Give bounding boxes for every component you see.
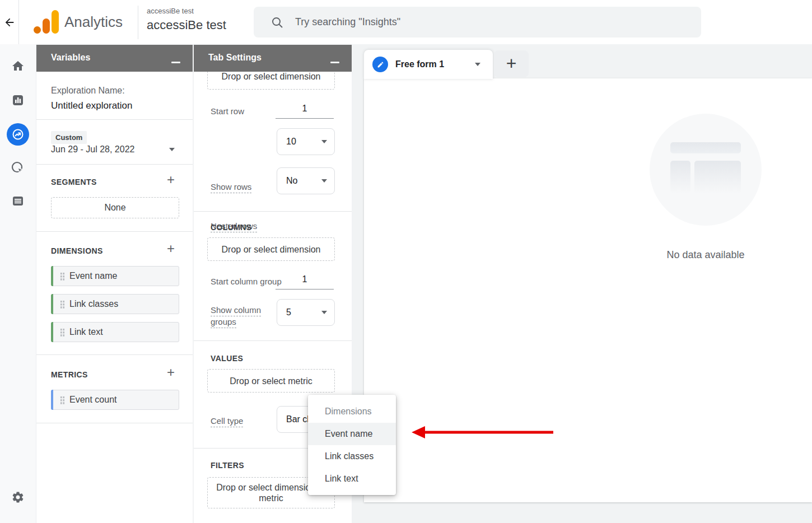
add-tab-button[interactable]: +	[494, 50, 529, 77]
tab-free-form-1[interactable]: Free form 1	[364, 50, 493, 79]
divider	[36, 119, 193, 120]
plus-icon: +	[506, 54, 517, 72]
drag-handle-icon[interactable]	[60, 272, 65, 281]
plus-icon: +	[167, 172, 175, 187]
show-column-groups-select[interactable]: 5	[277, 299, 335, 326]
add-metric-button[interactable]: +	[167, 366, 179, 379]
divider	[36, 231, 193, 232]
explore-active-background	[7, 123, 29, 146]
divider	[194, 211, 352, 212]
divider	[36, 164, 193, 165]
no-data-message: No data available	[622, 249, 790, 261]
menu-item-link-text[interactable]: Link text	[308, 468, 396, 490]
show-rows-label: Show rows	[211, 182, 251, 192]
advertising-icon	[11, 161, 25, 175]
date-range-type-badge: Custom	[51, 131, 87, 144]
chip-label: Link text	[69, 327, 103, 337]
metrics-label: METRICS	[51, 370, 88, 379]
columns-dropzone[interactable]: Drop or select dimension	[207, 237, 335, 261]
list-icon	[11, 194, 25, 208]
divider	[194, 340, 352, 341]
show-column-groups-label-text: Show column groups	[211, 305, 261, 328]
nav-home[interactable]	[0, 54, 36, 78]
variables-panel-title: Variables	[51, 53, 90, 63]
bar-chart-icon	[11, 94, 25, 107]
dimension-chip-event-name[interactable]: Event name	[51, 266, 179, 286]
nested-rows-value: No	[286, 176, 297, 186]
show-rows-value: 10	[286, 137, 296, 147]
nav-admin-settings[interactable]	[0, 485, 36, 510]
arrow-back-icon	[3, 16, 16, 29]
nested-rows-select[interactable]: No	[277, 167, 335, 194]
tab-chevron-down-icon[interactable]	[475, 63, 480, 69]
top-header: Analytics accessiBe test accessiBe test	[0, 0, 812, 44]
date-range-value[interactable]: Jun 29 - Jul 28, 2022	[51, 144, 134, 155]
back-button[interactable]	[0, 0, 19, 44]
pencil-icon	[377, 61, 384, 68]
minimize-variables-button[interactable]	[171, 62, 180, 67]
show-rows-label-text: Show rows	[211, 182, 251, 193]
show-rows-select[interactable]: 10	[277, 128, 335, 155]
menu-item-event-name[interactable]: Event name	[308, 423, 396, 445]
account-label: accessiBe test	[147, 7, 226, 15]
account-switcher[interactable]: accessiBe test accessiBe test	[147, 7, 226, 32]
segments-empty-dropzone[interactable]: None	[51, 197, 179, 218]
exploration-canvas-area: Free form 1 + No data available	[352, 45, 812, 523]
account-name: accessiBe test	[147, 18, 226, 32]
minimize-tab-settings-button[interactable]	[330, 62, 339, 67]
start-row-input[interactable]: 1	[276, 104, 334, 119]
variables-panel: Variables Exploration Name: Untitled exp…	[36, 45, 193, 523]
tab-label: Free form 1	[395, 59, 444, 69]
nav-explore-active[interactable]	[0, 122, 36, 147]
nav-advertising[interactable]	[0, 156, 36, 180]
dimension-select-menu: Dimensions Event name Link classes Link …	[308, 395, 396, 495]
google-analytics-logo-icon	[32, 10, 59, 35]
home-icon	[11, 59, 25, 73]
show-column-groups-value: 5	[286, 307, 291, 317]
chevron-down-icon[interactable]	[169, 148, 175, 154]
search-bar[interactable]	[254, 7, 701, 38]
dimension-chip-link-text[interactable]: Link text	[51, 322, 179, 342]
values-section-label: VALUES	[211, 354, 243, 363]
chip-label: Event count	[69, 395, 117, 405]
start-row-label: Start row	[211, 106, 244, 116]
plus-icon: +	[167, 365, 175, 380]
product-title: Analytics	[64, 13, 123, 31]
columns-section-label: COLUMNS	[211, 223, 252, 232]
cell-type-label-text: Cell type	[211, 416, 243, 427]
explore-compass-icon	[11, 128, 25, 141]
red-annotation-arrow	[412, 424, 556, 440]
menu-group-header: Dimensions	[308, 400, 396, 423]
divider	[36, 423, 193, 423]
exploration-name-label: Exploration Name:	[51, 86, 125, 96]
nav-reports[interactable]	[0, 88, 36, 113]
start-column-group-input[interactable]: 1	[276, 274, 334, 289]
nav-configure[interactable]	[0, 189, 36, 213]
exploration-name-value[interactable]: Untitled exploration	[51, 100, 133, 111]
drag-handle-icon[interactable]	[60, 396, 65, 404]
add-segment-button[interactable]: +	[167, 174, 179, 186]
dimensions-label: DIMENSIONS	[51, 246, 103, 255]
dimension-chip-link-classes[interactable]: Link classes	[51, 294, 179, 314]
variables-panel-header: Variables	[36, 45, 193, 72]
tab-settings-panel-header: Tab Settings	[194, 45, 352, 72]
divider	[36, 354, 193, 355]
header-divider	[138, 6, 138, 39]
cell-type-label: Cell type	[211, 416, 243, 426]
metric-chip-event-count[interactable]: Event count	[51, 390, 179, 410]
chip-label: Event name	[69, 271, 117, 281]
values-dropzone[interactable]: Drop or select metric	[207, 369, 335, 393]
menu-item-link-classes[interactable]: Link classes	[308, 445, 396, 468]
no-data-illustration	[650, 114, 762, 226]
search-input[interactable]	[295, 16, 654, 28]
drag-handle-icon[interactable]	[60, 300, 65, 309]
tab-settings-panel-title: Tab Settings	[208, 53, 262, 63]
drag-handle-icon[interactable]	[60, 328, 65, 337]
start-column-group-label: Start column group	[211, 277, 282, 287]
show-column-groups-label: Show column groups	[211, 304, 267, 328]
add-dimension-button[interactable]: +	[167, 242, 179, 255]
search-icon	[270, 16, 284, 29]
plus-icon: +	[167, 241, 175, 256]
chip-label: Link classes	[69, 299, 118, 309]
analytics-explorations-app: Analytics accessiBe test accessiBe test	[0, 0, 812, 523]
